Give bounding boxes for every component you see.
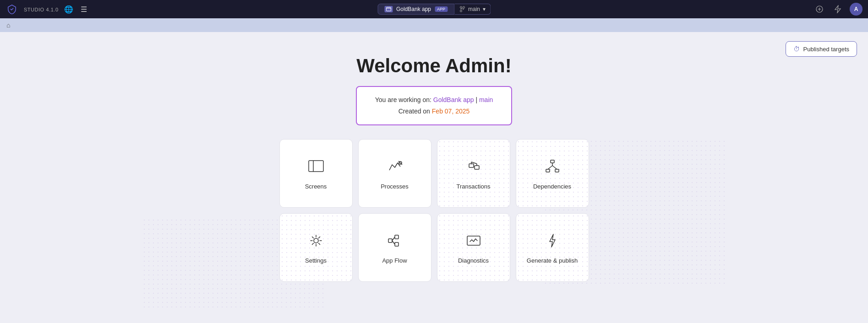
main-content: ⏱ Published targets Welcome Admin! You a… <box>0 32 868 323</box>
branch-name: main <box>468 6 480 12</box>
lightning-icon[interactable] <box>831 3 844 16</box>
card-dependencies-label: Dependencies <box>533 183 571 190</box>
svg-point-4 <box>463 6 464 8</box>
svg-rect-10 <box>475 166 479 169</box>
svg-line-19 <box>552 166 557 169</box>
card-diagnostics[interactable]: Diagnostics <box>437 213 510 282</box>
menu-icon[interactable]: ☰ <box>79 3 89 16</box>
card-diagnostics-label: Diagnostics <box>458 257 489 264</box>
plugins-icon[interactable] <box>813 3 826 16</box>
app-flow-icon <box>386 231 404 252</box>
processes-icon <box>386 157 404 178</box>
diagnostics-icon <box>464 231 483 252</box>
settings-icon <box>307 231 325 252</box>
navbar-right-actions: A <box>813 3 863 16</box>
svg-line-18 <box>548 166 552 169</box>
published-targets-button[interactable]: ⏱ Published targets <box>786 41 857 57</box>
app-type-badge: APP <box>435 6 448 12</box>
svg-rect-15 <box>546 169 550 172</box>
top-navbar: STUDIO4.1.0 🌐 ☰ GoldBank app APP main ▾ … <box>0 0 868 18</box>
svg-line-25 <box>392 241 395 244</box>
app-branch-selector: GoldBank app APP main ▾ <box>377 4 491 15</box>
svg-rect-22 <box>395 235 399 239</box>
card-generate-publish[interactable]: Generate & publish <box>516 213 589 282</box>
home-icon[interactable]: ⌂ <box>6 22 10 29</box>
generate-publish-icon <box>543 231 562 252</box>
card-generate-publish-label: Generate & publish <box>527 257 578 264</box>
svg-rect-14 <box>551 160 554 163</box>
card-processes[interactable]: Processes <box>358 139 431 208</box>
brand-name: STUDIO4.1.0 <box>22 6 59 13</box>
app-tab[interactable]: GoldBank app APP <box>377 4 454 15</box>
svg-rect-9 <box>469 164 474 167</box>
created-on-text: Created on Feb 07, 2025 <box>375 106 493 117</box>
card-app-flow-label: App Flow <box>382 257 407 264</box>
app-link[interactable]: GoldBank app <box>433 96 474 103</box>
sub-navbar: ⌂ <box>0 18 868 32</box>
branch-link[interactable]: main <box>479 96 493 103</box>
dependencies-icon <box>543 157 562 178</box>
card-app-flow[interactable]: App Flow <box>358 213 431 282</box>
welcome-title: Welcome Admin! <box>356 55 511 77</box>
card-settings[interactable]: Settings <box>279 213 353 282</box>
branch-selector[interactable]: main ▾ <box>454 4 491 15</box>
info-box: You are working on: GoldBank app | main … <box>356 86 513 125</box>
card-settings-label: Settings <box>305 257 327 264</box>
logo[interactable] <box>5 3 18 16</box>
card-transactions[interactable]: Transactions <box>437 139 510 208</box>
transactions-icon <box>464 157 483 178</box>
card-processes-label: Processes <box>381 183 409 190</box>
screens-icon <box>307 157 325 178</box>
svg-point-20 <box>314 238 318 243</box>
svg-rect-16 <box>555 169 559 172</box>
svg-point-3 <box>460 10 462 12</box>
clock-icon: ⏱ <box>793 45 800 53</box>
created-date: Feb 07, 2025 <box>432 108 470 115</box>
feature-cards-grid: Screens Processes <box>279 139 589 282</box>
card-dependencies[interactable]: Dependencies <box>516 139 589 208</box>
svg-rect-23 <box>395 242 399 246</box>
globe-icon[interactable]: 🌐 <box>62 3 75 16</box>
card-screens-label: Screens <box>305 183 327 190</box>
svg-line-24 <box>392 237 395 241</box>
svg-point-2 <box>460 6 462 8</box>
app-icon <box>384 6 393 12</box>
app-name: GoldBank app <box>396 6 431 12</box>
svg-rect-0 <box>386 7 391 11</box>
svg-rect-21 <box>388 239 392 242</box>
card-screens[interactable]: Screens <box>279 139 353 208</box>
branch-chevron-icon: ▾ <box>483 6 486 12</box>
card-transactions-label: Transactions <box>457 183 491 190</box>
published-targets-label: Published targets <box>803 46 849 53</box>
svg-rect-26 <box>467 236 480 245</box>
working-on-text: You are working on: GoldBank app | main <box>375 94 493 106</box>
svg-rect-6 <box>309 161 323 172</box>
user-avatar[interactable]: A <box>850 3 863 16</box>
